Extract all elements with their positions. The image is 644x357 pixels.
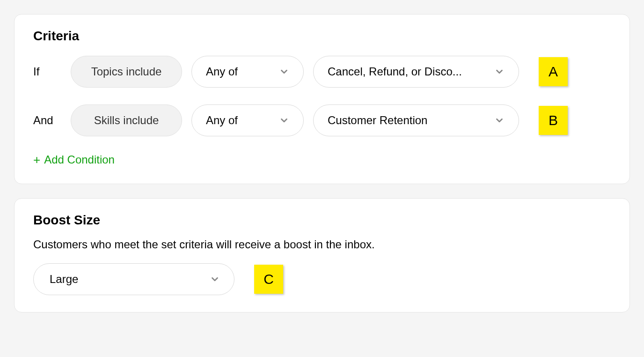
boost-title: Boost Size — [33, 213, 611, 228]
boost-description: Customers who meet the set criteria will… — [33, 238, 611, 251]
boost-card: Boost Size Customers who meet the set cr… — [14, 198, 630, 312]
criteria-row-1-label: If — [33, 65, 71, 78]
criteria-row-1: If Topics include Any of Cancel, Refund,… — [33, 56, 611, 88]
chevron-down-icon — [210, 274, 220, 284]
chevron-down-icon — [279, 115, 289, 126]
criteria-row-1-field: Topics include — [71, 56, 182, 88]
criteria-row-2-value-select[interactable]: Customer Retention — [313, 104, 519, 136]
boost-size-select[interactable]: Large — [33, 263, 234, 295]
plus-icon: + — [33, 154, 40, 166]
boost-size-value: Large — [48, 273, 204, 286]
criteria-row-2-field: Skills include — [71, 104, 182, 136]
criteria-row-2-value-text: Customer Retention — [328, 114, 489, 127]
annotation-marker-c: C — [254, 265, 283, 294]
criteria-title: Criteria — [33, 29, 611, 44]
criteria-row-2-operator-select[interactable]: Any of — [191, 104, 304, 136]
criteria-card: Criteria If Topics include Any of Cancel… — [14, 14, 630, 184]
chevron-down-icon — [279, 67, 289, 77]
criteria-row-2: And Skills include Any of Customer Reten… — [33, 104, 611, 136]
chevron-down-icon — [494, 67, 505, 77]
add-condition-button[interactable]: + Add Condition — [33, 153, 115, 166]
add-condition-label: Add Condition — [44, 153, 115, 166]
criteria-row-2-field-text: Skills include — [94, 114, 159, 127]
criteria-row-2-label: And — [33, 114, 71, 127]
annotation-marker-a: A — [539, 57, 568, 86]
annotation-marker-b: B — [539, 106, 568, 135]
criteria-row-1-value-select[interactable]: Cancel, Refund, or Disco... — [313, 56, 519, 88]
criteria-row-2-operator-text: Any of — [206, 114, 273, 127]
boost-row: Large C — [33, 263, 611, 295]
chevron-down-icon — [494, 115, 505, 126]
criteria-row-1-operator-select[interactable]: Any of — [191, 56, 304, 88]
criteria-row-1-operator-text: Any of — [206, 65, 273, 78]
criteria-row-1-field-text: Topics include — [91, 65, 162, 78]
criteria-row-1-value-text: Cancel, Refund, or Disco... — [328, 65, 489, 78]
